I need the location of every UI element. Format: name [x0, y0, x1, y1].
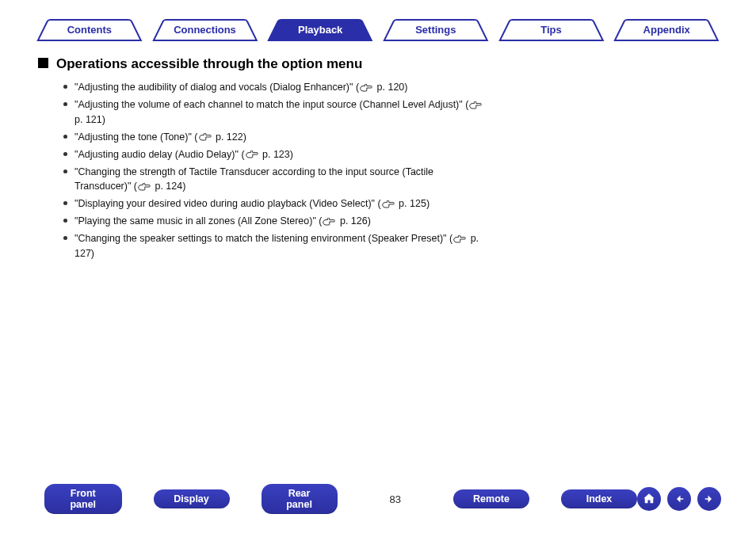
list-item-text: "Adjusting the volume of each channel to… — [74, 99, 468, 110]
list-item-page-ref: p. 126 — [337, 215, 367, 227]
list-item-page-ref: p. 122 — [213, 131, 243, 143]
list-item-page-ref: p. 120 — [374, 82, 404, 93]
list-item[interactable]: "Adjusting the audibility of dialog and … — [63, 80, 491, 94]
bottom-nav: Front panel Display Rear panel 83 Remote… — [0, 484, 756, 514]
tab-label: Contents — [67, 24, 112, 36]
content-area: Operations accessible through the option… — [0, 49, 539, 261]
svg-rect-0 — [679, 498, 683, 500]
option-menu-list: "Adjusting the audibility of dialog and … — [38, 80, 491, 260]
tab-label: Settings — [415, 24, 456, 36]
next-page-button[interactable] — [697, 487, 721, 511]
bottom-left-group: Front panel Display Rear panel 83 Remote… — [44, 484, 637, 514]
front-panel-button[interactable]: Front panel — [44, 484, 122, 514]
section-heading: Operations accessible through the option… — [38, 55, 491, 72]
list-item[interactable]: "Adjusting audio delay (Audio Delay)" ( … — [63, 147, 491, 162]
list-item-text-end: ) — [426, 198, 430, 209]
arrow-left-icon — [672, 492, 686, 506]
list-item-text: "Changing the strength of Tactile Transd… — [74, 166, 433, 192]
pointing-hand-icon — [360, 84, 372, 92]
list-item[interactable]: "Adjusting the tone (Tone)" ( p. 122) — [63, 130, 491, 144]
tab-connections[interactable]: Connections — [147, 19, 263, 41]
index-button[interactable]: Index — [561, 489, 637, 508]
top-tabs: Contents Connections Playback Settings T… — [0, 0, 756, 49]
list-item[interactable]: "Adjusting the volume of each channel to… — [63, 97, 491, 126]
list-item-text-end: ) — [290, 149, 293, 160]
pointing-hand-icon — [323, 218, 335, 226]
remote-button[interactable]: Remote — [453, 489, 529, 508]
list-item-text: "Changing the speaker settings to match … — [74, 233, 452, 244]
rear-panel-button[interactable]: Rear panel — [262, 484, 338, 514]
tab-label: Tips — [540, 24, 562, 36]
pointing-hand-icon — [382, 200, 395, 208]
tab-contents[interactable]: Contents — [32, 19, 147, 41]
svg-rect-1 — [705, 498, 709, 500]
list-item-page-ref: p. 125 — [396, 198, 426, 209]
tab-label: Appendix — [643, 24, 690, 36]
tab-appendix[interactable]: Appendix — [609, 19, 724, 41]
list-item-text-end: ) — [368, 215, 371, 227]
list-item-text-end: ) — [243, 131, 246, 143]
tab-label: Playback — [298, 24, 342, 36]
list-item-page-ref: p. 124 — [152, 181, 182, 192]
list-item[interactable]: "Displaying your desired video during au… — [63, 196, 491, 211]
list-item-page-ref: p. 123 — [260, 149, 290, 160]
list-item-text-end: ) — [102, 114, 105, 125]
list-item-text: "Adjusting the audibility of dialog and … — [74, 82, 359, 93]
list-item-text: "Displaying your desired video during au… — [74, 198, 381, 209]
list-item-text-end: ) — [404, 82, 407, 93]
prev-page-button[interactable] — [667, 487, 691, 511]
tab-tips[interactable]: Tips — [494, 19, 609, 41]
list-item[interactable]: "Changing the strength of Tactile Transd… — [63, 165, 491, 193]
pointing-hand-icon — [138, 183, 151, 191]
tab-label: Connections — [174, 24, 236, 36]
list-item[interactable]: "Playing the same music in all zones (Al… — [63, 214, 491, 228]
list-item-text: "Adjusting the tone (Tone)" ( — [74, 131, 198, 143]
tab-playback[interactable]: Playback — [262, 19, 378, 41]
pointing-hand-icon — [246, 150, 258, 158]
heading-text: Operations accessible through the option… — [56, 55, 362, 72]
tab-settings[interactable]: Settings — [378, 19, 494, 41]
home-button[interactable] — [637, 487, 661, 511]
list-item-text-end: ) — [91, 248, 94, 259]
pointing-hand-icon — [469, 101, 482, 109]
arrow-right-icon — [702, 492, 716, 506]
page-number: 83 — [390, 493, 401, 505]
list-item[interactable]: "Changing the speaker settings to match … — [63, 231, 491, 260]
list-item-text: "Playing the same music in all zones (Al… — [74, 215, 322, 227]
list-item-page-ref: p. 121 — [74, 114, 102, 125]
list-item-text: "Adjusting audio delay (Audio Delay)" ( — [74, 149, 245, 160]
bottom-right-group — [637, 487, 721, 511]
home-icon — [642, 492, 656, 506]
heading-square-icon — [38, 58, 48, 68]
display-button[interactable]: Display — [154, 489, 230, 508]
pointing-hand-icon — [199, 133, 212, 141]
list-item-text-end: ) — [182, 181, 185, 192]
pointing-hand-icon — [453, 235, 466, 243]
